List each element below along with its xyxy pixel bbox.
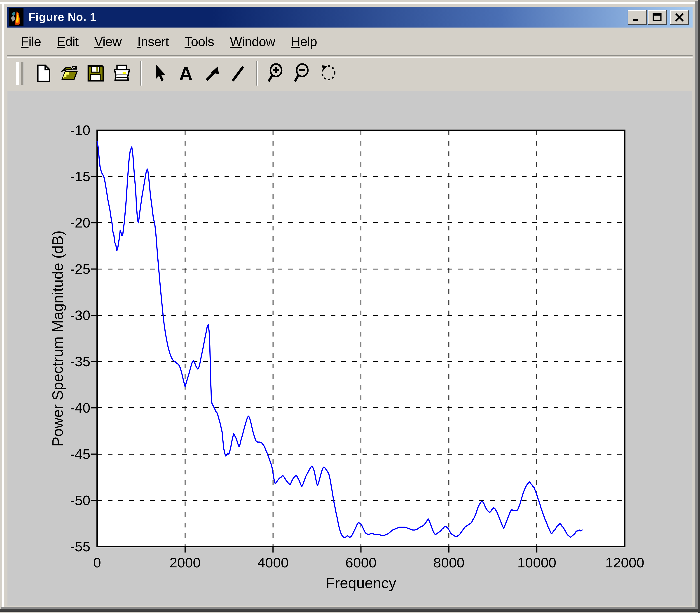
- menu-item-help[interactable]: Help: [291, 34, 317, 49]
- x-tick-label-12000: 12000: [584, 554, 665, 571]
- line-annotation-icon: [228, 63, 248, 83]
- matlab-logo-icon[interactable]: [9, 8, 24, 26]
- window-border: [1, 607, 699, 609]
- print-icon: [112, 63, 132, 83]
- rotate3d-icon: [318, 63, 339, 83]
- menu-item-tools[interactable]: Tools: [184, 34, 214, 49]
- open-file-button[interactable]: [59, 62, 80, 85]
- figure-window: Figure No. 1 FileEditViewInsertToolsWind…: [0, 0, 700, 613]
- window-border: [695, 1, 698, 608]
- x-tick-label-4000: 4000: [232, 554, 314, 571]
- text-tool-button[interactable]: A: [176, 62, 196, 85]
- new-figure-button[interactable]: [33, 62, 54, 85]
- x-tick-label-10000: 10000: [496, 554, 577, 571]
- y-tick-label--30: -30: [41, 306, 90, 324]
- maximize-button[interactable]: [648, 10, 667, 25]
- window-controls: [628, 10, 689, 25]
- arrow-annotation-button[interactable]: [202, 62, 222, 85]
- y-tick-label--50: -50: [41, 491, 90, 509]
- zoom-out-button[interactable]: [292, 62, 313, 85]
- print-figure-button[interactable]: [112, 62, 132, 85]
- window-border: [0, 609, 700, 612]
- x-axis-label: Frequency: [326, 574, 396, 591]
- menu-item-file[interactable]: File: [21, 34, 41, 49]
- zoom-in-button[interactable]: [266, 62, 287, 85]
- menu-item-insert[interactable]: Insert: [137, 34, 169, 49]
- y-tick-label--55: -55: [41, 538, 90, 556]
- y-tick-label--40: -40: [41, 399, 90, 417]
- figure-canvas: Frequency Power Spectrum Magnitude (dB) …: [8, 91, 692, 605]
- new-document-icon: [34, 63, 53, 83]
- open-folder-icon: [60, 63, 79, 83]
- y-tick-label--10: -10: [41, 121, 90, 139]
- save-icon: [86, 63, 106, 83]
- maximize-icon: [651, 12, 663, 22]
- toolbar-grip[interactable]: [16, 62, 24, 84]
- pointer-icon: [150, 63, 170, 83]
- window-title: Figure No. 1: [28, 11, 97, 24]
- menu-item-edit[interactable]: Edit: [57, 34, 78, 49]
- toolbar-separator: [140, 61, 142, 86]
- window-border: [0, 2, 700, 4]
- close-button[interactable]: [670, 10, 689, 25]
- text-tool-icon: A: [176, 63, 196, 83]
- minimize-icon: [631, 12, 643, 22]
- menu-item-window[interactable]: Window: [230, 34, 275, 49]
- title-bar[interactable]: Figure No. 1: [7, 7, 692, 27]
- plot-area: [8, 91, 692, 605]
- minimize-button[interactable]: [628, 10, 647, 25]
- window-border: [2, 2, 4, 611]
- toolbar-separator: [256, 61, 258, 86]
- window-border: [698, 0, 700, 613]
- toolbar: A: [7, 57, 692, 89]
- svg-text:A: A: [179, 63, 193, 83]
- y-tick-label--20: -20: [41, 214, 90, 232]
- save-figure-button[interactable]: [85, 62, 106, 85]
- menu-bar: FileEditViewInsertToolsWindowHelp: [7, 27, 692, 56]
- x-tick-label-2000: 2000: [144, 554, 226, 571]
- zoom-out-icon: [292, 63, 312, 83]
- y-tick-label--25: -25: [41, 260, 90, 278]
- x-tick-label-8000: 8000: [408, 554, 489, 571]
- x-tick-label-6000: 6000: [320, 554, 402, 571]
- x-tick-label-0: 0: [56, 554, 138, 571]
- y-tick-label--35: -35: [41, 353, 90, 370]
- zoom-in-icon: [266, 63, 286, 83]
- menu-item-view[interactable]: View: [94, 34, 122, 49]
- arrow-annotation-icon: [202, 63, 222, 83]
- rotate-3d-button[interactable]: [318, 62, 339, 85]
- y-tick-label--15: -15: [41, 168, 90, 185]
- close-icon: [674, 12, 685, 22]
- line-annotation-button[interactable]: [228, 62, 249, 85]
- pointer-tool-button[interactable]: [149, 62, 170, 85]
- y-tick-label--45: -45: [41, 445, 90, 463]
